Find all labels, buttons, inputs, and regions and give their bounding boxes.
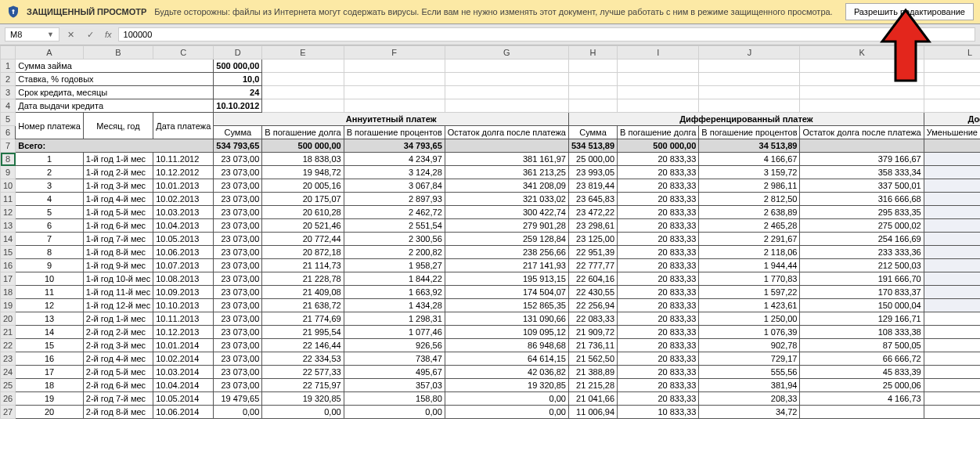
cell[interactable]: 217 141,93: [445, 259, 568, 272]
cell[interactable]: 23 073,00: [214, 193, 262, 206]
cell[interactable]: [924, 139, 980, 153]
row-header[interactable]: 4: [1, 99, 16, 113]
formula-input[interactable]: 100000: [118, 27, 975, 41]
hdr-diff-prin[interactable]: В погашение долга: [618, 126, 699, 139]
cell[interactable]: 19 948,72: [262, 166, 344, 179]
cell[interactable]: [924, 259, 980, 272]
cell[interactable]: 23 645,83: [568, 193, 617, 206]
cell[interactable]: 4 166,73: [800, 392, 924, 406]
cell[interactable]: 902,78: [699, 339, 800, 352]
cell[interactable]: 0,00: [262, 406, 344, 419]
cell[interactable]: [800, 60, 924, 73]
row-header[interactable]: 24: [1, 366, 16, 379]
row-header[interactable]: 8: [1, 153, 16, 166]
cell[interactable]: 20 833,33: [618, 246, 699, 259]
cell[interactable]: 23 073,00: [214, 259, 262, 272]
cell[interactable]: 20 833,33: [618, 272, 699, 286]
cell[interactable]: 295 833,35: [800, 206, 924, 219]
cell[interactable]: 191 666,70: [800, 272, 924, 286]
cell[interactable]: 170 833,37: [800, 286, 924, 299]
loan-sum-label[interactable]: Сумма займа: [16, 60, 214, 73]
cell[interactable]: 2 897,93: [344, 193, 445, 206]
cell[interactable]: 20 833,33: [618, 259, 699, 272]
cell-month[interactable]: 2-й год 3-й мес: [83, 339, 153, 352]
cell[interactable]: 22 430,55: [568, 286, 617, 299]
row-header[interactable]: 12: [1, 206, 16, 219]
cell-month[interactable]: 2-й год 4-й мес: [83, 352, 153, 366]
cell[interactable]: [924, 312, 980, 326]
cell[interactable]: 20 833,33: [618, 179, 699, 193]
loan-rate-value[interactable]: 10,0: [214, 73, 262, 86]
cell[interactable]: [924, 339, 980, 352]
cell[interactable]: [445, 60, 568, 73]
loan-rate-label[interactable]: Ставка, % годовых: [16, 73, 214, 86]
cell[interactable]: 23 819,44: [568, 179, 617, 193]
cell[interactable]: 23 073,00: [214, 153, 262, 166]
cell-num[interactable]: 12: [16, 299, 84, 312]
hdr-diff-int[interactable]: В погашение процентов: [699, 126, 800, 139]
col-header-K[interactable]: K: [800, 46, 924, 60]
cell[interactable]: 2 462,72: [344, 206, 445, 219]
row-header[interactable]: 11: [1, 193, 16, 206]
cell[interactable]: [262, 99, 344, 113]
row-header[interactable]: 25: [1, 379, 16, 392]
cell[interactable]: 10 833,33: [618, 406, 699, 419]
cell[interactable]: 381,94: [699, 379, 800, 392]
row-header[interactable]: 6: [1, 126, 16, 139]
cell[interactable]: 1 250,00: [699, 312, 800, 326]
cell[interactable]: [800, 73, 924, 86]
cell[interactable]: 21 562,50: [568, 352, 617, 366]
cell[interactable]: [924, 60, 980, 73]
cell[interactable]: [924, 153, 980, 166]
cell[interactable]: 0,00: [445, 406, 568, 419]
cell[interactable]: 254 166,69: [800, 233, 924, 246]
cell[interactable]: 1 663,92: [344, 286, 445, 299]
cell[interactable]: [445, 73, 568, 86]
cell[interactable]: 21 909,72: [568, 326, 617, 339]
cell[interactable]: 195 913,15: [445, 272, 568, 286]
cell-num[interactable]: 18: [16, 379, 84, 392]
cell[interactable]: [344, 99, 445, 113]
cell-month[interactable]: 1-й год 10-й мес: [83, 272, 153, 286]
cell[interactable]: 23 125,00: [568, 233, 617, 246]
cell-date[interactable]: 10.04.2013: [153, 219, 214, 233]
cell[interactable]: 337 500,01: [800, 179, 924, 193]
hdr-dec-pay[interactable]: Уменьшение платежа: [924, 126, 980, 139]
cell-month[interactable]: 1-й год 5-й мес: [83, 206, 153, 219]
cell[interactable]: 21 995,54: [262, 326, 344, 339]
cell[interactable]: 2 812,50: [699, 193, 800, 206]
hdr-diff-bal[interactable]: Остаток долга после платежа: [800, 126, 924, 139]
cell-date[interactable]: 10.02.2013: [153, 193, 214, 206]
cell[interactable]: 87 500,05: [800, 339, 924, 352]
cell[interactable]: [699, 73, 800, 86]
cell[interactable]: 45 833,39: [800, 366, 924, 379]
cell[interactable]: 233 333,36: [800, 246, 924, 259]
cell[interactable]: [924, 179, 980, 193]
cell[interactable]: [924, 99, 980, 113]
cell[interactable]: 20 833,33: [618, 312, 699, 326]
hdr-ann-prin[interactable]: В погашение долга: [262, 126, 344, 139]
cell[interactable]: 361 213,25: [445, 166, 568, 179]
cell[interactable]: 212 500,03: [800, 259, 924, 272]
row-header[interactable]: 18: [1, 286, 16, 299]
cell-month[interactable]: 1-й год 12-й мес: [83, 299, 153, 312]
cell[interactable]: 21 114,73: [262, 259, 344, 272]
cell[interactable]: 279 901,28: [445, 219, 568, 233]
cell[interactable]: 2 986,11: [699, 179, 800, 193]
cell[interactable]: 174 504,07: [445, 286, 568, 299]
cell-date[interactable]: 10.03.2014: [153, 366, 214, 379]
cell[interactable]: [800, 139, 924, 153]
cell-num[interactable]: 14: [16, 326, 84, 339]
cell[interactable]: 20 833,33: [618, 206, 699, 219]
hdr-month[interactable]: Месяц, год: [83, 113, 153, 139]
cell[interactable]: [262, 73, 344, 86]
hdr-ann-sum[interactable]: Сумма: [214, 126, 262, 139]
cell-num[interactable]: 11: [16, 286, 84, 299]
cell[interactable]: 20 833,33: [618, 219, 699, 233]
cell[interactable]: 22 715,97: [262, 379, 344, 392]
cell[interactable]: [618, 73, 699, 86]
cell[interactable]: [924, 286, 980, 299]
cell[interactable]: 20 175,07: [262, 193, 344, 206]
cell[interactable]: [924, 206, 980, 219]
cell-month[interactable]: 1-й год 6-й мес: [83, 219, 153, 233]
